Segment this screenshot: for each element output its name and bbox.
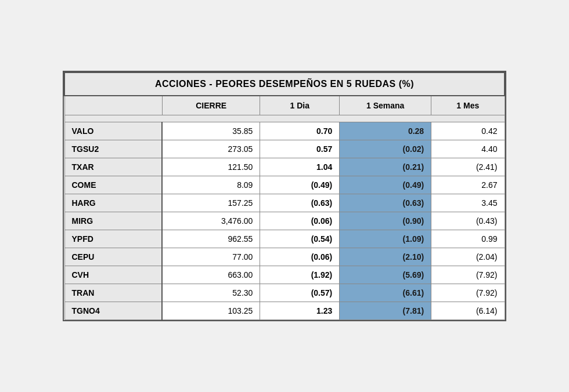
table-title: ACCIONES - PEORES DESEMPEÑOS EN 5 RUEDAS… <box>64 72 505 96</box>
cell-ticker: TGNO4 <box>64 302 162 320</box>
cell-ticker: TRAN <box>64 284 162 302</box>
cell-1mes: (6.14) <box>431 302 505 320</box>
cell-1dia: (0.49) <box>260 176 340 194</box>
cell-1semana: (0.63) <box>340 194 431 212</box>
table-row: MIRG3,476.00(0.06)(0.90)(0.43) <box>64 212 505 230</box>
table-row: CEPU77.00(0.06)(2.10)(2.04) <box>64 248 505 266</box>
cell-1dia: 0.57 <box>260 140 340 158</box>
cell-1mes: 2.67 <box>431 176 505 194</box>
table-row: CVH663.00(1.92)(5.69)(7.92) <box>64 266 505 284</box>
cell-1dia: (0.57) <box>260 284 340 302</box>
header-row: CIERRE 1 Dia 1 Semana 1 Mes <box>64 96 505 115</box>
cell-1dia: (0.63) <box>260 194 340 212</box>
cell-cierre: 273.05 <box>162 140 260 158</box>
cell-1mes: (0.43) <box>431 212 505 230</box>
cell-1dia: (1.92) <box>260 266 340 284</box>
cell-1mes: 3.45 <box>431 194 505 212</box>
cell-1semana: (5.69) <box>340 266 431 284</box>
cell-1dia: (0.54) <box>260 230 340 248</box>
col-header-1mes: 1 Mes <box>431 96 505 115</box>
cell-cierre: 157.25 <box>162 194 260 212</box>
table-row: TXAR121.501.04(0.21)(2.41) <box>64 158 505 176</box>
cell-1semana: (0.90) <box>340 212 431 230</box>
cell-1semana: 0.28 <box>340 122 431 140</box>
cell-cierre: 35.85 <box>162 122 260 140</box>
table-row: YPFD962.55(0.54)(1.09)0.99 <box>64 230 505 248</box>
cell-1mes: 0.42 <box>431 122 505 140</box>
cell-1semana: (0.49) <box>340 176 431 194</box>
cell-1dia: (0.06) <box>260 212 340 230</box>
col-header-1dia: 1 Dia <box>260 96 340 115</box>
table-row: TRAN52.30(0.57)(6.61)(7.92) <box>64 284 505 302</box>
cell-cierre: 77.00 <box>162 248 260 266</box>
cell-1semana: (1.09) <box>340 230 431 248</box>
table-row: COME8.09(0.49)(0.49)2.67 <box>64 176 505 194</box>
cell-1semana: (2.10) <box>340 248 431 266</box>
cell-ticker: COME <box>64 176 162 194</box>
cell-1dia: 1.04 <box>260 158 340 176</box>
cell-ticker: VALO <box>64 122 162 140</box>
cell-1semana: (0.21) <box>340 158 431 176</box>
cell-ticker: TGSU2 <box>64 140 162 158</box>
cell-cierre: 8.09 <box>162 176 260 194</box>
spacer-row <box>64 115 505 122</box>
cell-1dia: 1.23 <box>260 302 340 320</box>
cell-1mes: (2.04) <box>431 248 505 266</box>
cell-ticker: HARG <box>64 194 162 212</box>
cell-1semana: (6.61) <box>340 284 431 302</box>
cell-1mes: (7.92) <box>431 266 505 284</box>
col-header-1semana: 1 Semana <box>340 96 431 115</box>
cell-cierre: 3,476.00 <box>162 212 260 230</box>
table-row: VALO35.850.700.280.42 <box>64 122 505 140</box>
cell-cierre: 103.25 <box>162 302 260 320</box>
cell-1mes: (2.41) <box>431 158 505 176</box>
col-header-cierre: CIERRE <box>162 96 260 115</box>
cell-1semana: (7.81) <box>340 302 431 320</box>
cell-1mes: 4.40 <box>431 140 505 158</box>
cell-1mes: (7.92) <box>431 284 505 302</box>
cell-ticker: TXAR <box>64 158 162 176</box>
cell-1dia: 0.70 <box>260 122 340 140</box>
cell-ticker: CVH <box>64 266 162 284</box>
cell-ticker: MIRG <box>64 212 162 230</box>
cell-1semana: (0.02) <box>340 140 431 158</box>
cell-1dia: (0.06) <box>260 248 340 266</box>
col-header-ticker <box>64 96 162 115</box>
cell-ticker: CEPU <box>64 248 162 266</box>
table-row: HARG157.25(0.63)(0.63)3.45 <box>64 194 505 212</box>
cell-ticker: YPFD <box>64 230 162 248</box>
cell-1mes: 0.99 <box>431 230 505 248</box>
cell-cierre: 52.30 <box>162 284 260 302</box>
cell-cierre: 663.00 <box>162 266 260 284</box>
cell-cierre: 121.50 <box>162 158 260 176</box>
table-row: TGNO4103.251.23(7.81)(6.14) <box>64 302 505 320</box>
table-row: TGSU2273.050.57(0.02)4.40 <box>64 140 505 158</box>
main-table-container: ACCIONES - PEORES DESEMPEÑOS EN 5 RUEDAS… <box>63 71 506 321</box>
title-row: ACCIONES - PEORES DESEMPEÑOS EN 5 RUEDAS… <box>64 72 505 96</box>
cell-cierre: 962.55 <box>162 230 260 248</box>
